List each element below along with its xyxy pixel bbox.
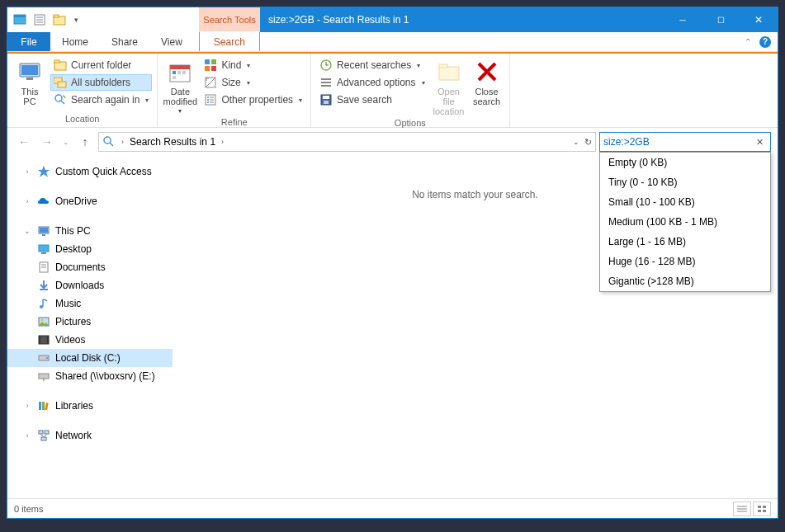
svg-marker-53 bbox=[38, 166, 50, 177]
chevron-down-icon: ▾ bbox=[247, 62, 250, 69]
navigation-pane: › Custom Quick Access › OneDrive ⌄ This … bbox=[7, 156, 173, 498]
recent-searches-button[interactable]: Recent searches ▾ bbox=[316, 57, 428, 73]
date-modified-button[interactable]: Date modified ▾ bbox=[163, 57, 197, 117]
refresh-button[interactable]: ↻ bbox=[584, 137, 592, 148]
share-tab[interactable]: Share bbox=[100, 32, 149, 51]
chevron-right-icon[interactable]: › bbox=[219, 138, 226, 146]
back-button[interactable]: ← bbox=[14, 132, 34, 152]
no-items-message: No items match your search. bbox=[412, 189, 538, 200]
file-tab[interactable]: File bbox=[7, 32, 50, 51]
search-location-icon bbox=[99, 135, 119, 148]
libraries-icon bbox=[37, 399, 50, 412]
size-option-small[interactable]: Small (10 - 100 KB) bbox=[600, 192, 770, 212]
search-box[interactable]: size:>2GB ✕ Empty (0 KB) Tiny (0 - 10 KB… bbox=[599, 132, 771, 152]
nav-downloads[interactable]: Downloads bbox=[7, 276, 173, 294]
expand-icon[interactable]: › bbox=[22, 402, 32, 410]
collapse-icon[interactable]: ⌄ bbox=[22, 227, 32, 235]
size-option-large[interactable]: Large (1 - 16 MB) bbox=[600, 232, 770, 252]
nav-quick-access[interactable]: › Custom Quick Access bbox=[7, 162, 173, 181]
advanced-options-button[interactable]: Advanced options ▾ bbox=[316, 74, 428, 91]
search-value[interactable]: size:>2GB bbox=[603, 136, 753, 148]
maximize-button[interactable]: ☐ bbox=[702, 7, 740, 32]
size-button[interactable]: Size ▾ bbox=[201, 74, 305, 91]
svg-rect-7 bbox=[54, 15, 59, 17]
recent-locations-button[interactable]: ⌄ bbox=[60, 132, 72, 152]
nav-pictures[interactable]: Pictures bbox=[7, 313, 173, 331]
size-option-tiny[interactable]: Tiny (0 - 10 KB) bbox=[600, 172, 770, 192]
clear-search-button[interactable]: ✕ bbox=[753, 137, 767, 148]
forward-button: → bbox=[37, 132, 57, 152]
other-properties-button[interactable]: Other properties ▾ bbox=[201, 92, 305, 108]
expand-icon[interactable]: › bbox=[22, 167, 32, 176]
details-view-button[interactable] bbox=[733, 501, 751, 516]
close-button[interactable]: ✕ bbox=[740, 7, 778, 32]
recent-icon bbox=[319, 59, 333, 72]
svg-line-81 bbox=[44, 434, 47, 437]
nav-network[interactable]: › Network bbox=[7, 426, 173, 445]
nav-local-disk-c[interactable]: Local Disk (C:) bbox=[7, 349, 173, 367]
window-controls: ─ ☐ ✕ bbox=[664, 7, 778, 32]
search-tools-context-tab[interactable]: Search Tools bbox=[199, 7, 260, 32]
size-option-gigantic[interactable]: Gigantic (>128 MB) bbox=[600, 271, 770, 291]
svg-rect-41 bbox=[321, 78, 331, 80]
network-drive-icon bbox=[37, 370, 50, 383]
home-tab[interactable]: Home bbox=[50, 32, 100, 51]
search-tab[interactable]: Search bbox=[199, 32, 260, 51]
svg-rect-24 bbox=[211, 59, 216, 64]
nav-music[interactable]: Music bbox=[7, 294, 173, 313]
open-file-location-button: Open file location bbox=[432, 57, 466, 118]
collapse-ribbon-button[interactable]: ⌃ bbox=[745, 37, 751, 46]
address-dropdown-button[interactable]: ⌄ bbox=[573, 138, 579, 146]
quick-access-toolbar: ▾ bbox=[7, 7, 82, 32]
folder-icon bbox=[54, 59, 67, 72]
svg-rect-42 bbox=[321, 82, 331, 83]
svg-rect-85 bbox=[758, 506, 761, 508]
nav-videos[interactable]: Videos bbox=[7, 331, 173, 349]
chevron-right-icon[interactable]: › bbox=[119, 138, 126, 146]
svg-rect-86 bbox=[763, 506, 766, 508]
size-option-medium[interactable]: Medium (100 KB - 1 MB) bbox=[600, 212, 770, 232]
nav-this-pc[interactable]: ⌄ This PC bbox=[7, 222, 173, 240]
size-option-huge[interactable]: Huge (16 - 128 MB) bbox=[600, 252, 770, 271]
nav-desktop[interactable]: Desktop bbox=[7, 240, 173, 258]
explorer-icon[interactable] bbox=[11, 11, 29, 29]
svg-rect-46 bbox=[324, 101, 329, 104]
svg-rect-74 bbox=[39, 402, 41, 410]
all-subfolders-button[interactable]: All subfolders bbox=[50, 74, 152, 91]
close-search-button[interactable]: Close search bbox=[470, 57, 504, 108]
music-icon bbox=[37, 297, 50, 310]
svg-rect-20 bbox=[177, 71, 181, 74]
address-path[interactable]: Search Results in 1 bbox=[126, 136, 219, 148]
svg-rect-18 bbox=[170, 65, 190, 69]
nav-libraries[interactable]: › Libraries bbox=[7, 397, 173, 415]
svg-point-15 bbox=[55, 95, 62, 101]
icons-view-button[interactable] bbox=[753, 501, 771, 516]
svg-rect-58 bbox=[41, 252, 46, 254]
nav-shared-drive[interactable]: Shared (\\vboxsrv) (E:) bbox=[7, 367, 173, 385]
this-pc-button[interactable]: This PC bbox=[12, 57, 47, 108]
search-again-in-button[interactable]: Search again in ▾ bbox=[50, 92, 152, 108]
qat-dropdown[interactable]: ▾ bbox=[70, 16, 82, 24]
svg-rect-25 bbox=[205, 66, 210, 71]
expand-icon[interactable]: › bbox=[22, 431, 32, 440]
up-button[interactable]: ↑ bbox=[75, 132, 95, 152]
address-bar[interactable]: › Search Results in 1 › ⌄ ↻ bbox=[98, 132, 596, 152]
help-button[interactable]: ? bbox=[759, 36, 771, 48]
svg-rect-43 bbox=[321, 85, 331, 87]
size-option-empty[interactable]: Empty (0 KB) bbox=[600, 153, 770, 172]
kind-button[interactable]: Kind ▾ bbox=[201, 57, 305, 73]
svg-line-28 bbox=[206, 78, 215, 87]
nav-onedrive[interactable]: › OneDrive bbox=[7, 192, 173, 210]
properties-icon[interactable] bbox=[31, 11, 49, 29]
svg-rect-87 bbox=[758, 510, 761, 512]
nav-documents[interactable]: Documents bbox=[7, 258, 173, 276]
new-folder-icon[interactable] bbox=[50, 11, 69, 29]
title-bar: ▾ Search Tools size:>2GB - Search Result… bbox=[7, 7, 778, 32]
view-tab[interactable]: View bbox=[149, 32, 194, 51]
expand-icon[interactable]: › bbox=[22, 197, 32, 205]
save-search-button[interactable]: Save search bbox=[316, 92, 428, 108]
svg-rect-68 bbox=[39, 336, 40, 344]
size-icon bbox=[204, 76, 217, 89]
minimize-button[interactable]: ─ bbox=[664, 7, 702, 32]
current-folder-button[interactable]: Current folder bbox=[50, 57, 152, 73]
